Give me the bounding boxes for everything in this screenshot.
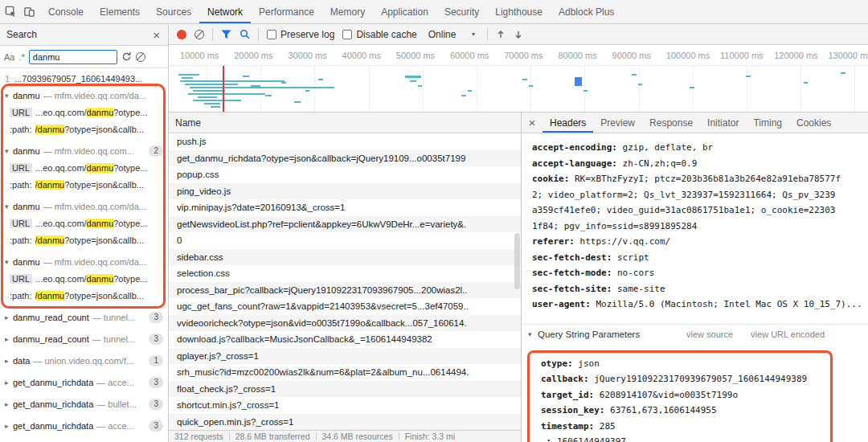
- request-row[interactable]: selection.css: [169, 265, 521, 282]
- header-line: accept-language: zh-CN,zh;q=0.9: [532, 156, 865, 172]
- tab-console[interactable]: Console: [40, 0, 92, 23]
- chevron-down-icon: ▾: [528, 330, 536, 338]
- search-result-match[interactable]: :path:/danmu?otype=json&callb...: [0, 176, 168, 193]
- tab-elements[interactable]: Elements: [92, 0, 148, 23]
- request-row[interactable]: vvideooricheck?otype=json&vid=o0035t7199…: [169, 315, 521, 332]
- tab-network[interactable]: Network: [199, 0, 251, 23]
- search-result-file[interactable]: ▾danmu— mfm.video.qq.com...2: [0, 142, 168, 159]
- request-row[interactable]: ugc_get_fans_count?raw=1&vappid=21403953…: [169, 298, 521, 315]
- scrollbar-thumb[interactable]: [514, 233, 520, 289]
- request-row[interactable]: srh_music?id=mzc00200wias2lk&num=6&plat=…: [169, 364, 521, 381]
- scrollbar[interactable]: [514, 137, 520, 410]
- request-row[interactable]: 0: [169, 232, 521, 249]
- devtools-tab-bar: ConsoleElementsSourcesNetworkPerformance…: [0, 0, 868, 24]
- header-name: user-agent:: [532, 299, 596, 309]
- preserve-log-checkbox[interactable]: Preserve log: [267, 29, 334, 40]
- import-har-icon[interactable]: [496, 30, 506, 39]
- search-result-line[interactable]: 1...70939679057_16061449493...: [0, 70, 168, 87]
- request-row[interactable]: get_danmu_richdata?otype=json&callback=j…: [169, 150, 521, 167]
- view-url-encoded-link[interactable]: view URL encoded: [751, 329, 825, 339]
- regex-icon[interactable]: .*: [18, 52, 24, 62]
- request-row[interactable]: popup.css: [169, 166, 521, 183]
- match-label: URL: [10, 274, 32, 284]
- query-string-section-header[interactable]: ▾ Query String Parameters view source vi…: [522, 324, 868, 341]
- search-result-file[interactable]: ▸get_danmu_richdata— bullet...3: [0, 395, 168, 412]
- network-overview-waterfall[interactable]: [169, 66, 868, 113]
- waterfall-bar: [461, 95, 466, 96]
- search-result-file[interactable]: ▸get_danmu_richdata— acce...3: [0, 374, 168, 391]
- request-row[interactable]: sidebar.css: [169, 249, 521, 266]
- waterfall-bar: [193, 100, 241, 101]
- request-row[interactable]: push.js: [169, 133, 521, 150]
- param-value: 285: [600, 421, 616, 432]
- detail-tab-preview[interactable]: Preview: [593, 113, 642, 133]
- search-result-match[interactable]: URL...eo.qq.com/danmu?otype...: [0, 104, 168, 121]
- disable-cache-checkbox[interactable]: Disable cache: [342, 29, 416, 40]
- refresh-icon[interactable]: [121, 51, 132, 62]
- tab-memory[interactable]: Memory: [322, 0, 373, 23]
- search-result-file[interactable]: ▾danmu— mfm.video.qq.com/da...: [0, 198, 168, 215]
- search-result-file[interactable]: ▸data— union.video.qq.com/f...1: [0, 352, 168, 369]
- search-result-match[interactable]: URL...eo.qq.com/danmu?otype...: [0, 159, 168, 176]
- export-har-icon[interactable]: [514, 30, 523, 39]
- details-tabs: HeadersPreviewResponseInitiatorTimingCoo…: [542, 113, 838, 133]
- timeline-gridline: [477, 66, 477, 112]
- request-row[interactable]: vip.minipay.js?date=20160913&_cross=1: [169, 199, 521, 216]
- search-result-match[interactable]: :path:/danmu?otype=json&callb...: [0, 287, 168, 304]
- search-result-file[interactable]: ▾danmu— mfm.video.qq.com/da...: [0, 253, 168, 270]
- search-result-match[interactable]: :path:/danmu?otype=json&callb...: [0, 231, 168, 248]
- divider: [229, 432, 230, 440]
- request-row[interactable]: getNewsvideoList.php?ref=pclient&appkey=…: [169, 216, 521, 233]
- tab-application[interactable]: Application: [373, 0, 436, 23]
- view-source-link[interactable]: view source: [686, 329, 733, 339]
- request-row[interactable]: download.js?callback=MusicJsonCallback&_…: [169, 331, 521, 348]
- request-row[interactable]: float_check.js?_cross=1: [169, 381, 521, 398]
- match-case-icon[interactable]: Aa: [4, 52, 14, 62]
- close-icon[interactable]: ×: [151, 29, 162, 41]
- search-result-file[interactable]: ▸danmu_read_count— tunnel...3: [0, 309, 168, 325]
- detail-tab-cookies[interactable]: Cookies: [789, 113, 838, 133]
- disable-cache-label: Disable cache: [356, 29, 416, 40]
- device-toolbar-icon[interactable]: [23, 6, 35, 18]
- tab-adblock-plus[interactable]: Adblock Plus: [551, 0, 622, 23]
- search-input[interactable]: [29, 50, 117, 64]
- timeline-gridline: [369, 66, 370, 112]
- clear-icon[interactable]: [194, 30, 204, 39]
- detail-tab-timing[interactable]: Timing: [746, 113, 789, 133]
- chevron-right-icon: ▸: [5, 379, 13, 387]
- detail-tab-response[interactable]: Response: [642, 113, 700, 133]
- tab-security[interactable]: Security: [436, 0, 487, 23]
- detail-tab-headers[interactable]: Headers: [542, 113, 593, 133]
- name-column-header[interactable]: Name: [169, 113, 521, 133]
- search-highlight: danmu: [87, 274, 114, 284]
- throttling-dropdown[interactable]: Online ▼: [425, 29, 480, 40]
- record-icon[interactable]: [177, 30, 186, 39]
- close-icon[interactable]: ×: [522, 113, 542, 133]
- inspect-icon[interactable]: [5, 6, 17, 18]
- search-result-file[interactable]: ▸get_danmu_richdata— acce...3: [0, 417, 168, 434]
- waterfall-bar: [180, 80, 285, 82]
- chevron-down-icon: ▾: [5, 92, 13, 100]
- search-result-file[interactable]: ▸danmu_read_count— tunnel...3: [0, 330, 168, 347]
- request-row[interactable]: qplayer.js?_cross=1: [169, 348, 521, 365]
- request-row[interactable]: quick_open.min.js?_cross=1: [169, 414, 521, 431]
- search-result-file[interactable]: ▾danmu— mfm.video.qq.com/da...: [0, 87, 168, 104]
- search-result-match[interactable]: URL...eo.qq.com/danmu?otype...: [0, 215, 168, 231]
- filter-icon[interactable]: [221, 30, 231, 39]
- tab-sources[interactable]: Sources: [148, 0, 199, 23]
- search-result-match[interactable]: URL...eo.qq.com/danmu?otype...: [0, 270, 168, 287]
- detail-tab-initiator[interactable]: Initiator: [700, 113, 746, 133]
- waterfall-bar: [182, 77, 193, 79]
- tab-lighthouse[interactable]: Lighthouse: [487, 0, 551, 23]
- tab-performance[interactable]: Performance: [251, 0, 322, 23]
- search-icon[interactable]: [240, 29, 250, 39]
- request-row[interactable]: ping_video.js: [169, 183, 521, 200]
- clear-input-icon[interactable]: [136, 52, 145, 62]
- search-result-path: — mfm.video.qq.com/da...: [43, 91, 146, 100]
- match-text: /danmu?otype=json&callb...: [35, 180, 144, 190]
- waterfall-bar: [190, 87, 334, 88]
- search-result-match[interactable]: :path:/danmu?otype=json&callb...: [0, 121, 168, 137]
- request-row[interactable]: shortcut.min.js?_cross=1: [169, 397, 521, 414]
- request-row[interactable]: process_bar_pic?callback=jQuery191092231…: [169, 282, 521, 299]
- status-text: Finish: 3.3 mi: [405, 432, 455, 441]
